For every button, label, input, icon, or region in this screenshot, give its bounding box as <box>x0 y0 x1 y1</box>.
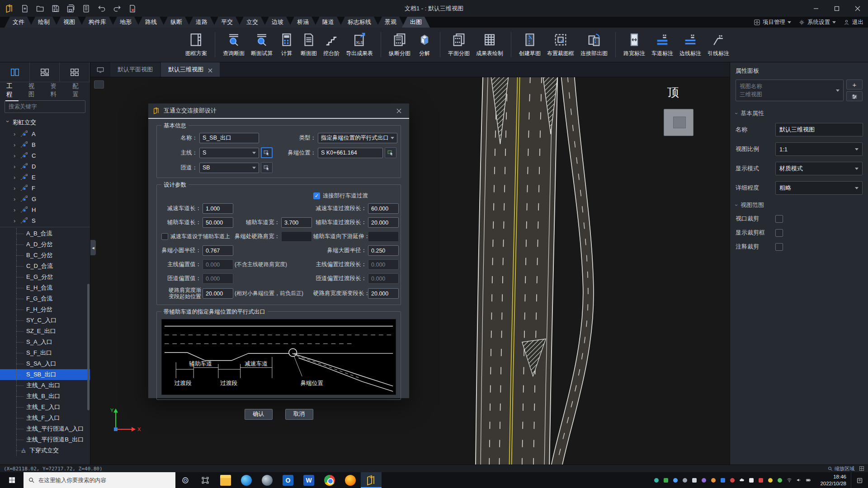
menu-tab-marking[interactable]: 标志标线 <box>340 17 379 28</box>
tray-app-teal-icon[interactable] <box>654 478 659 483</box>
close-tab-icon[interactable] <box>208 67 212 72</box>
results-table-button[interactable]: 成果表绘制 <box>473 31 506 58</box>
show-clip-box-checkbox[interactable] <box>775 229 783 237</box>
tree-item-6[interactable]: E_H_合流 <box>0 282 90 293</box>
tree-item-2[interactable]: A_D_分岔 <box>0 239 90 250</box>
tree-item-7[interactable]: F_G_合流 <box>0 293 90 304</box>
expand-icon[interactable]: › <box>14 196 17 202</box>
start-button[interactable] <box>0 472 24 488</box>
calculate-button[interactable]: 计算 <box>276 31 297 58</box>
expand-icon[interactable]: › <box>14 174 17 181</box>
view-selector-dropdown[interactable]: 视图名称 三维视图 <box>736 80 844 101</box>
menu-tab-bridge[interactable]: 桥涵 <box>289 17 317 28</box>
edge-browser-taskbar-button[interactable] <box>236 472 257 488</box>
confirm-button[interactable]: 确认 <box>245 409 273 420</box>
system-settings-button[interactable]: 系统设置 <box>798 19 836 26</box>
nose-position-pick-button[interactable] <box>385 147 396 158</box>
maximize-button[interactable] <box>826 0 847 17</box>
ramp-offset-input[interactable] <box>203 273 233 284</box>
menu-tab-view[interactable]: 视图 <box>55 17 83 28</box>
tree-branch-G[interactable]: ›G <box>0 193 90 204</box>
save-button[interactable] <box>49 2 62 15</box>
edge-annotation-button[interactable]: 边线标注 <box>676 31 704 58</box>
tree-item-12[interactable]: S_F_出口 <box>0 347 90 358</box>
tray-app-mouse-icon[interactable] <box>692 478 697 483</box>
aux-downstream-input[interactable] <box>368 231 399 242</box>
tray-app-purple-icon[interactable] <box>701 478 707 483</box>
nose-position-input[interactable] <box>318 148 383 158</box>
menu-tab-library[interactable]: 构件库 <box>80 17 114 28</box>
zoom-region-button[interactable]: 缩放区域 <box>827 465 854 472</box>
display-mode-select[interactable]: 材质模式 <box>775 162 863 175</box>
cortana-button[interactable] <box>175 472 195 488</box>
annotation-clip-checkbox[interactable] <box>775 243 783 251</box>
battery-icon[interactable] <box>806 478 811 483</box>
nose-big-radius-input[interactable] <box>368 245 399 256</box>
taskbar-search-input[interactable] <box>38 477 171 483</box>
road-width-annotation-button[interactable]: 路宽标注 <box>620 31 648 58</box>
menu-tab-draw[interactable]: 绘制 <box>30 17 58 28</box>
menu-tab-terrain[interactable]: 地形 <box>112 17 140 28</box>
tree-item-10[interactable]: SZ_E_出口 <box>0 326 90 337</box>
taskbar-clock[interactable]: 18:46 2022/10/28 <box>816 472 851 488</box>
mainline-select[interactable]: S <box>199 148 259 158</box>
menu-tab-road[interactable]: 道路 <box>188 17 216 28</box>
redo-button[interactable] <box>111 2 123 15</box>
network-icon[interactable] <box>787 478 792 483</box>
tree-branch-H[interactable]: ›H <box>0 204 90 215</box>
app-ball-taskbar-button[interactable] <box>257 472 278 488</box>
expand-icon[interactable]: › <box>14 206 17 213</box>
nose-shoulder-input[interactable] <box>281 231 312 242</box>
layout-columns-button[interactable] <box>0 62 30 82</box>
tray-app-green-icon[interactable] <box>663 478 669 483</box>
add-view-button[interactable]: + <box>846 80 863 89</box>
tree-root[interactable]: ›彩虹立交 <box>0 117 90 128</box>
decel-len-input[interactable] <box>203 203 233 214</box>
aux-len-input[interactable] <box>203 217 233 228</box>
file-explorer-taskbar-button[interactable] <box>215 472 236 488</box>
sidebar-search[interactable] <box>5 100 85 113</box>
layout-mosaic-button[interactable] <box>30 62 60 82</box>
mainline-pick-button[interactable] <box>261 147 273 158</box>
expand-icon[interactable]: › <box>14 131 17 137</box>
notification-center-button[interactable] <box>851 472 868 488</box>
tray-app-blue-icon[interactable] <box>720 478 726 483</box>
view-tab-menu-button[interactable] <box>90 62 110 77</box>
viewport-clip-checkbox[interactable] <box>775 215 783 223</box>
tray-app-yellow-icon[interactable] <box>768 478 773 483</box>
firefox-taskbar-button[interactable] <box>340 472 361 488</box>
menu-tab-at-grade[interactable]: 平交 <box>213 17 241 28</box>
menu-tab-interchange[interactable]: 立交 <box>238 17 266 28</box>
tree-item-3[interactable]: B_C_分岔 <box>0 250 90 261</box>
tree-item-1[interactable]: A_B_合流 <box>0 228 90 239</box>
tree-branch-C[interactable]: ›C <box>0 150 90 161</box>
dialog-titlebar[interactable]: 互通立交连接部设计 <box>148 103 409 118</box>
tree-item-18[interactable]: 主线_F_入口 <box>0 413 90 423</box>
word-taskbar-button[interactable]: W <box>298 472 319 488</box>
lane-annotation-button[interactable]: 车道标注 <box>648 31 676 58</box>
explode-button[interactable]: 分解 <box>414 31 435 58</box>
dialog-close-button[interactable] <box>393 105 405 116</box>
search-input[interactable] <box>9 103 81 110</box>
tree-branch-E[interactable]: ›E <box>0 172 90 183</box>
expand-icon[interactable]: › <box>14 152 17 159</box>
close-doc-button[interactable] <box>126 2 139 15</box>
expand-icon[interactable]: › <box>14 141 17 148</box>
section-view-range[interactable]: ›视图范围 <box>736 201 863 209</box>
tray-app-red-icon[interactable] <box>730 478 735 483</box>
viewport-menu-icon[interactable] <box>94 80 104 89</box>
export-results-button[interactable]: XLS导出成果表 <box>343 31 376 58</box>
tray-app-gray-icon[interactable] <box>682 478 688 483</box>
profile-sheets-button[interactable]: 纵断分图 <box>386 31 414 58</box>
aux-trans-input[interactable] <box>368 217 399 228</box>
cancel-button[interactable]: 取消 <box>285 409 313 420</box>
sidebar-collapse-handle[interactable]: ◂ <box>90 240 96 255</box>
aux-width-input[interactable] <box>281 217 312 228</box>
tree-branch-F[interactable]: ›F <box>0 183 90 193</box>
tree-item-14[interactable]: S_SB_出口 <box>0 369 90 380</box>
plan-sheets-button[interactable]: 平面分图 <box>445 31 473 58</box>
detail-level-select[interactable]: 粗略 <box>775 181 863 195</box>
task-view-button[interactable] <box>195 472 215 488</box>
view-name-input[interactable] <box>775 123 863 136</box>
main-offset-trans-input[interactable] <box>368 259 399 270</box>
